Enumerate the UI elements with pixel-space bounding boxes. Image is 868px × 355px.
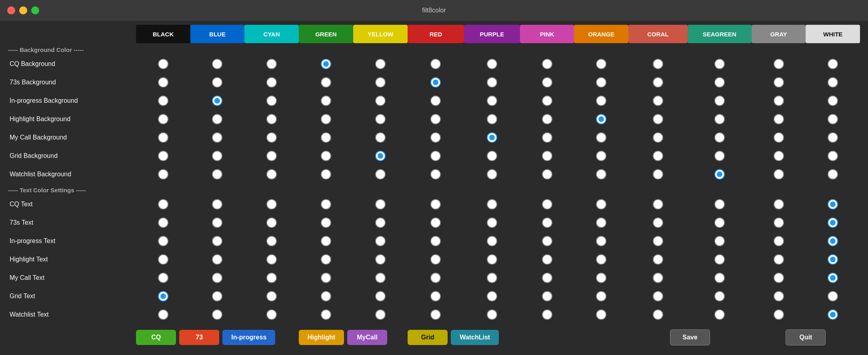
cq-text-cyan[interactable] — [244, 195, 298, 213]
grid-bg-orange[interactable] — [574, 147, 628, 165]
inprogress-text-red[interactable] — [408, 232, 464, 250]
highlight-text-black[interactable] — [136, 250, 190, 269]
inprogress-bg-purple[interactable] — [464, 92, 520, 110]
cq-bg-pink[interactable] — [520, 55, 574, 73]
mycall-text-cyan[interactable] — [244, 269, 298, 287]
73s-text-purple[interactable] — [464, 213, 520, 232]
highlight-text-orange[interactable] — [574, 250, 628, 269]
cq-bg-white[interactable] — [806, 55, 860, 73]
grid-text-white[interactable] — [806, 287, 860, 305]
73s-text-red[interactable] — [408, 213, 464, 232]
mycall-bg-yellow[interactable] — [353, 128, 408, 147]
cq-bg-black[interactable] — [136, 55, 190, 73]
73s-text-black[interactable] — [136, 213, 190, 232]
cq-button[interactable]: CQ — [136, 330, 176, 345]
watchlist-text-blue[interactable] — [190, 305, 244, 324]
73s-text-gray[interactable] — [752, 213, 806, 232]
cq-bg-seagreen[interactable] — [688, 55, 752, 73]
73s-bg-coral[interactable] — [628, 73, 688, 92]
cq-bg-blue[interactable] — [190, 55, 244, 73]
mycall-text-seagreen[interactable] — [688, 269, 752, 287]
watchlist-bg-coral[interactable] — [628, 165, 688, 183]
highlight-button[interactable]: Highlight — [299, 330, 344, 345]
grid-bg-coral[interactable] — [628, 147, 688, 165]
cq-bg-green[interactable] — [299, 55, 353, 73]
quit-button[interactable]: Quit — [786, 329, 826, 345]
watchlist-text-coral[interactable] — [628, 305, 688, 324]
watchlist-text-purple[interactable] — [464, 305, 520, 324]
grid-bg-gray[interactable] — [752, 147, 806, 165]
watchlist-bg-seagreen[interactable] — [688, 165, 752, 183]
watchlist-text-red[interactable] — [408, 305, 464, 324]
cq-text-purple[interactable] — [464, 195, 520, 213]
grid-bg-black[interactable] — [136, 147, 190, 165]
73s-text-blue[interactable] — [190, 213, 244, 232]
inprogress-bg-blue[interactable] — [190, 92, 244, 110]
highlight-text-coral[interactable] — [628, 250, 688, 269]
grid-bg-cyan[interactable] — [244, 147, 298, 165]
watchlist-text-black[interactable] — [136, 305, 190, 324]
73s-text-pink[interactable] — [520, 213, 574, 232]
inprogress-bg-gray[interactable] — [752, 92, 806, 110]
73s-bg-green[interactable] — [299, 73, 353, 92]
73s-bg-purple[interactable] — [464, 73, 520, 92]
highlight-text-gray[interactable] — [752, 250, 806, 269]
cq-bg-coral[interactable] — [628, 55, 688, 73]
save-button[interactable]: Save — [670, 329, 710, 345]
highlight-bg-white[interactable] — [806, 110, 860, 128]
mycall-text-green[interactable] — [299, 269, 353, 287]
inprogress-button[interactable]: In-progress — [222, 330, 275, 345]
73s-bg-pink[interactable] — [520, 73, 574, 92]
grid-button[interactable]: Grid — [408, 330, 448, 345]
grid-text-orange[interactable] — [574, 287, 628, 305]
highlight-text-purple[interactable] — [464, 250, 520, 269]
grid-text-coral[interactable] — [628, 287, 688, 305]
highlight-bg-seagreen[interactable] — [688, 110, 752, 128]
mycall-button[interactable]: MyCall — [347, 330, 387, 345]
73s-text-yellow[interactable] — [353, 213, 408, 232]
inprogress-text-purple[interactable] — [464, 232, 520, 250]
cq-bg-purple[interactable] — [464, 55, 520, 73]
inprogress-text-yellow[interactable] — [353, 232, 408, 250]
highlight-bg-coral[interactable] — [628, 110, 688, 128]
inprogress-bg-coral[interactable] — [628, 92, 688, 110]
mycall-text-black[interactable] — [136, 269, 190, 287]
highlight-bg-gray[interactable] — [752, 110, 806, 128]
highlight-text-green[interactable] — [299, 250, 353, 269]
watchlist-bg-orange[interactable] — [574, 165, 628, 183]
minimize-button[interactable] — [19, 6, 27, 14]
highlight-text-blue[interactable] — [190, 250, 244, 269]
inprogress-text-white[interactable] — [806, 232, 860, 250]
watchlist-bg-gray[interactable] — [752, 165, 806, 183]
cq-text-yellow[interactable] — [353, 195, 408, 213]
highlight-bg-blue[interactable] — [190, 110, 244, 128]
cq-text-red[interactable] — [408, 195, 464, 213]
inprogress-bg-cyan[interactable] — [244, 92, 298, 110]
maximize-button[interactable] — [31, 6, 39, 14]
grid-bg-blue[interactable] — [190, 147, 244, 165]
watchlist-bg-black[interactable] — [136, 165, 190, 183]
watchlist-text-yellow[interactable] — [353, 305, 408, 324]
watchlist-bg-cyan[interactable] — [244, 165, 298, 183]
watchlist-bg-pink[interactable] — [520, 165, 574, 183]
cq-text-green[interactable] — [299, 195, 353, 213]
grid-bg-purple[interactable] — [464, 147, 520, 165]
grid-text-black[interactable] — [136, 287, 190, 305]
inprogress-bg-pink[interactable] — [520, 92, 574, 110]
grid-text-yellow[interactable] — [353, 287, 408, 305]
highlight-bg-orange[interactable] — [574, 110, 628, 128]
cq-bg-orange[interactable] — [574, 55, 628, 73]
mycall-bg-red[interactable] — [408, 128, 464, 147]
watchlist-text-gray[interactable] — [752, 305, 806, 324]
grid-text-purple[interactable] — [464, 287, 520, 305]
inprogress-bg-green[interactable] — [299, 92, 353, 110]
inprogress-bg-orange[interactable] — [574, 92, 628, 110]
cq-bg-red[interactable] — [408, 55, 464, 73]
highlight-text-white[interactable] — [806, 250, 860, 269]
73s-bg-blue[interactable] — [190, 73, 244, 92]
mycall-text-orange[interactable] — [574, 269, 628, 287]
73s-bg-seagreen[interactable] — [688, 73, 752, 92]
watchlist-bg-green[interactable] — [299, 165, 353, 183]
73s-bg-gray[interactable] — [752, 73, 806, 92]
73s-text-cyan[interactable] — [244, 213, 298, 232]
